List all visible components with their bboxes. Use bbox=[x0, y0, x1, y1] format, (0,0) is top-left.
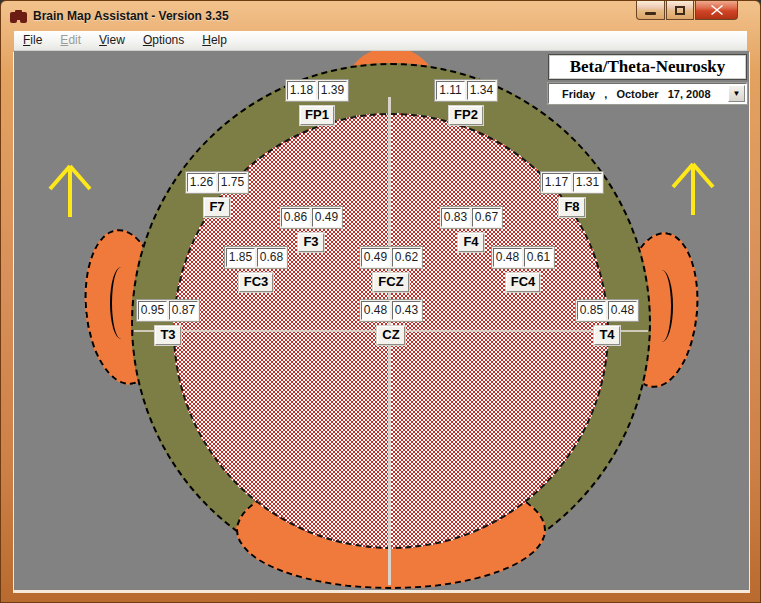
electrode-fc4: 0.48 0.61 FC4 bbox=[490, 246, 556, 292]
electrode-cz: 0.48 0.43 CZ bbox=[358, 299, 424, 345]
menu-view[interactable]: View bbox=[90, 31, 134, 50]
electrode-value: 0.87 bbox=[169, 301, 198, 320]
electrode-value: 1.39 bbox=[318, 81, 347, 100]
menu-view-label: View bbox=[99, 33, 125, 47]
electrode-label: FCZ bbox=[373, 273, 408, 292]
electrode-value: 0.95 bbox=[138, 301, 167, 320]
menu-file-label: File bbox=[23, 33, 42, 47]
value-box: 1.17 1.31 bbox=[540, 171, 604, 194]
electrode-label: F7 bbox=[204, 198, 229, 217]
up-arrow-icon bbox=[667, 157, 719, 219]
close-button[interactable] bbox=[695, 1, 738, 20]
electrode-value: 1.34 bbox=[467, 81, 496, 100]
minimize-icon bbox=[645, 12, 656, 15]
electrode-value: 0.67 bbox=[472, 208, 501, 227]
electrode-label: FC4 bbox=[506, 273, 541, 292]
electrode-value: 1.26 bbox=[187, 173, 216, 192]
electrode-value: 1.31 bbox=[573, 173, 602, 192]
electrode-fcz: 0.49 0.62 FCZ bbox=[358, 246, 424, 292]
right-ear-line bbox=[651, 270, 673, 342]
electrode-fp1: 1.18 1.39 FP1 bbox=[284, 79, 350, 125]
value-box: 0.48 0.61 bbox=[491, 246, 555, 269]
menu-file[interactable]: File bbox=[14, 31, 51, 50]
value-box: 1.11 1.34 bbox=[434, 79, 498, 102]
electrode-fp2: 1.11 1.34 FP2 bbox=[433, 79, 499, 125]
maximize-button[interactable] bbox=[666, 1, 694, 20]
value-box: 0.85 0.48 bbox=[575, 299, 639, 322]
value-box: 0.83 0.67 bbox=[439, 206, 503, 229]
app-window: Brain Map Assistant - Version 3.35 File … bbox=[0, 0, 761, 603]
electrode-label: T4 bbox=[594, 326, 619, 345]
value-box: 1.26 1.75 bbox=[185, 171, 249, 194]
electrode-label: FP1 bbox=[300, 106, 334, 125]
menu-help-label: Help bbox=[202, 33, 227, 47]
electrode-label: CZ bbox=[377, 326, 404, 345]
electrode-value: 0.43 bbox=[392, 301, 421, 320]
electrode-value: 0.48 bbox=[361, 301, 390, 320]
electrode-fc3: 1.85 0.68 FC3 bbox=[223, 246, 289, 292]
electrode-value: 0.48 bbox=[608, 301, 637, 320]
menu-options[interactable]: Options bbox=[134, 31, 193, 50]
menu-options-label: Options bbox=[143, 33, 184, 47]
value-box: 0.48 0.43 bbox=[359, 299, 423, 322]
electrode-label: FP2 bbox=[449, 106, 483, 125]
chevron-down-icon[interactable]: ▼ bbox=[728, 85, 745, 102]
window-title: Brain Map Assistant - Version 3.35 bbox=[33, 9, 229, 23]
date-dropdown[interactable]: Friday , October 17, 2008 ▼ bbox=[548, 83, 747, 104]
menu-edit-label: Edit bbox=[60, 33, 81, 47]
value-box: 0.49 0.62 bbox=[359, 246, 423, 269]
electrode-value: 1.85 bbox=[226, 248, 255, 267]
electrode-label: F8 bbox=[559, 198, 584, 217]
electrode-t4: 0.85 0.48 T4 bbox=[574, 299, 640, 345]
value-box: 0.95 0.87 bbox=[136, 299, 200, 322]
binoculars-icon bbox=[10, 9, 27, 24]
close-icon bbox=[711, 5, 723, 15]
electrode-value: 1.18 bbox=[287, 81, 316, 100]
electrode-value: 0.62 bbox=[392, 248, 421, 267]
electrode-label: F3 bbox=[298, 233, 323, 252]
brain-map-canvas: 1.18 1.39 FP1 1.11 1.34 FP2 1.26 1.75 F7… bbox=[14, 51, 749, 590]
date-value: Friday , October 17, 2008 bbox=[549, 88, 728, 100]
menu-edit: Edit bbox=[51, 31, 90, 50]
electrode-value: 0.85 bbox=[577, 301, 606, 320]
electrode-value: 0.61 bbox=[524, 248, 553, 267]
menu-help[interactable]: Help bbox=[193, 31, 236, 50]
electrode-value: 1.11 bbox=[436, 81, 465, 100]
left-ear-line bbox=[110, 267, 132, 339]
value-box: 1.85 0.68 bbox=[224, 246, 288, 269]
electrode-value: 0.83 bbox=[441, 208, 470, 227]
electrode-value: 0.68 bbox=[257, 248, 286, 267]
electrode-value: 0.86 bbox=[281, 208, 310, 227]
title-bar[interactable]: Brain Map Assistant - Version 3.35 bbox=[1, 1, 760, 31]
maximize-icon bbox=[675, 6, 685, 15]
electrode-value: 0.49 bbox=[361, 248, 390, 267]
electrode-label: FC3 bbox=[239, 273, 274, 292]
electrode-t3: 0.95 0.87 T3 bbox=[135, 299, 201, 345]
mode-title: Beta/Theta-Neurosky bbox=[548, 54, 747, 80]
electrode-label: F4 bbox=[458, 233, 483, 252]
value-box: 1.18 1.39 bbox=[285, 79, 349, 102]
minimize-button[interactable] bbox=[636, 1, 665, 20]
up-arrow-icon bbox=[44, 159, 96, 221]
electrode-value: 0.48 bbox=[493, 248, 522, 267]
value-box: 0.86 0.49 bbox=[279, 206, 343, 229]
electrode-value: 0.49 bbox=[312, 208, 341, 227]
electrode-f7: 1.26 1.75 F7 bbox=[184, 171, 250, 217]
electrode-f8: 1.17 1.31 F8 bbox=[539, 171, 605, 217]
window-controls bbox=[635, 1, 738, 20]
electrode-label: T3 bbox=[155, 326, 180, 345]
menu-bar: File Edit View Options Help bbox=[14, 31, 747, 51]
electrode-value: 1.75 bbox=[218, 173, 247, 192]
electrode-value: 1.17 bbox=[542, 173, 571, 192]
